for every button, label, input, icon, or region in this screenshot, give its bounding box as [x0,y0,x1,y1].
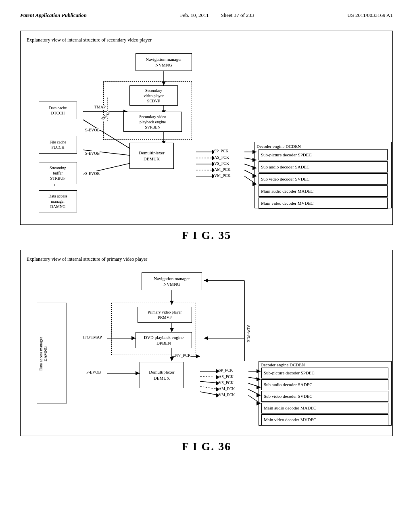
patent-number: US 2011/0033169 A1 [347,12,393,19]
nav-manager-2: Navigation managerNVMNG [142,272,202,290]
demux1-box: DemultiplexerDEMUX [129,143,174,169]
demux2-box: DemultiplexerDEMUX [140,362,184,388]
svg-line-47 [200,381,220,383]
as-pck-2: AS_PCK [219,374,234,379]
svg-line-45 [200,376,220,377]
ifo-tmap: IFO/TMAP [83,335,102,339]
nv-pck: NV_PCK [175,353,191,357]
fig36-container: Explanatory view of internal structure o… [20,250,393,436]
tmap-1: TMAP [94,105,106,109]
sp-pck-2: SP_PCK [219,368,233,372]
dcden2-label: Decoder engine DCDEN [261,362,305,367]
vm-pck-1: VM_PCK [214,173,231,178]
sadec2-box: Sub audio decoder SADEC [261,379,388,390]
sheet-info: Sheet 37 of 233 [221,12,254,19]
page: Patent Application Publication Feb. 10, … [0,0,413,532]
s-evob-3: S-EVOB [85,171,100,176]
p-evob: P-EVOB [86,370,101,374]
svpben-box: Secondary videoplayback engineSVPBEN [123,112,182,132]
spdec2-box: Sub-picture decoder SPDEC [261,368,388,378]
adv-pck: ADV-PCK [246,325,251,343]
nav-manager-1: Navigation managerNVMNG [136,53,192,71]
fig36-label: F I G. 36 [20,440,393,453]
fig36-diagram: Navigation managerNVMNG Primary video pl… [27,268,386,430]
spdec1-box: Sub-picture decoder SPDEC [259,149,388,160]
dam1-box: Data accessmanagerDAMNG [39,190,77,212]
as-pck-1: AS_PCK [214,155,229,160]
svg-line-51 [200,392,220,395]
svg-marker-42 [170,357,174,361]
fig35-diagram: Navigation managerNVMNG Secondaryvideo p… [27,49,386,218]
dam2-label: Data access managerDAMNG [39,337,48,371]
fig36-title: Explanatory view of internal structure o… [27,256,386,262]
data-cache-box: Data cacheDTCCH [39,102,77,119]
svdec1-box: Sub video decoder SVDEC [259,173,388,185]
madec1-box: Main audio decoder MADEC [259,185,388,197]
svg-line-49 [200,387,220,389]
mvdec1-box: Main video decoder MVDEC [259,197,388,209]
file-cache-box: File cacheFLCCH [39,136,77,154]
madec2-box: Main audio decoder MADEC [261,403,388,414]
streaming-buffer-box: StreamingbufferSTRBUF [39,162,77,184]
svg-marker-66 [136,371,140,375]
svg-marker-70 [204,278,208,283]
page-header: Patent Application Publication Feb. 10, … [20,12,393,19]
vs-pck-2: VS_PCK [219,380,234,385]
fig35-label: F I G. 35 [20,229,393,242]
pub-date: Feb. 10, 2011 [180,12,209,19]
am-pck-1: AM_PCK [214,167,231,172]
svg-marker-72 [204,336,208,340]
s-evob-1: S-EVOB [85,128,100,132]
dcden1-label: Decoder engine DCDEN [257,144,301,149]
sadec1-box: Sub audio decoder SADEC [259,161,388,172]
header-center: Feb. 10, 2011 Sheet 37 of 233 [180,12,254,19]
sp-pck-1: SP_PCK [214,149,229,153]
vm-pck-2: VM_PCK [219,393,235,397]
svdec2-box: Sub video decoder SVDEC [261,391,388,402]
svp-box: Secondaryvideo playerSCDVP [129,85,178,106]
publication-label: Patent Application Publication [20,12,87,19]
dvdbe-box: DVD playback engineDPBEN [136,332,192,348]
fig35-container: Explanatory view of internal structure o… [20,31,393,225]
mvdec2-box: Main video decoder MVDEC [261,414,388,425]
am-pck-2: AM_PCK [219,387,235,391]
fig35-title: Explanatory view of internal structure o… [27,37,386,43]
vs-pck-1: VS_PCK [214,161,229,166]
s-evob-2: S-EVOB [85,151,100,156]
svg-marker-74 [196,354,200,358]
pvp-box: Primary video playerPRMVP [138,307,192,323]
